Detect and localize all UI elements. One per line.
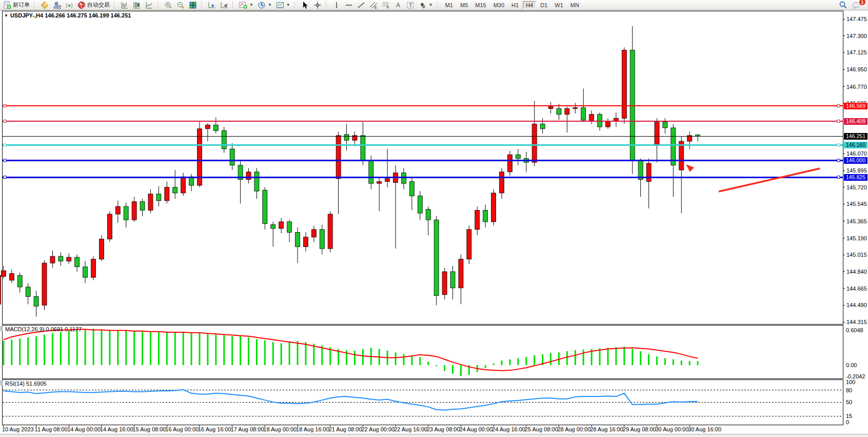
text-button[interactable]: A	[392, 1, 404, 10]
macd-histogram-bar	[281, 343, 282, 365]
search-icon	[839, 1, 847, 9]
rsi-tick-label: 15	[846, 413, 852, 419]
line-chart-mode-button[interactable]	[144, 1, 155, 10]
indicator-diamond-button[interactable]	[39, 1, 50, 10]
candle-down	[140, 202, 145, 211]
zoom-out-button[interactable]	[175, 1, 186, 10]
pane-grip	[1, 381, 2, 386]
macd-histogram-bar	[44, 334, 45, 365]
equidistant-channel-icon: E	[369, 1, 378, 9]
line-handle[interactable]	[837, 144, 840, 146]
new-order-button[interactable]: 新订单	[2, 1, 31, 10]
collapse-icon[interactable]: ▼	[4, 13, 8, 18]
candle-up	[475, 210, 480, 229]
candle-down	[483, 210, 488, 221]
bar-chart-mode-button[interactable]	[119, 1, 130, 10]
timeframe-m15[interactable]: M15	[472, 1, 489, 9]
vertical-line-button[interactable]	[331, 1, 342, 10]
trendline-button[interactable]	[356, 1, 367, 10]
macd-histogram-bar	[509, 359, 510, 365]
candlestick-mode-button[interactable]	[131, 1, 143, 10]
price-tick-label: 145.720	[846, 184, 867, 191]
macd-histogram-bar	[615, 347, 617, 365]
line-handle[interactable]	[4, 176, 6, 179]
line-handle[interactable]	[837, 159, 840, 162]
zoom-in-button[interactable]	[163, 1, 174, 10]
macd-histogram-bar	[240, 336, 241, 365]
chat-button[interactable]: 1	[850, 1, 862, 10]
line-handle[interactable]	[837, 105, 840, 107]
candle-down	[263, 190, 267, 223]
equidistant-channel-button[interactable]: E	[368, 1, 379, 10]
candle-down	[516, 155, 520, 158]
timeframe-mn[interactable]: MN	[567, 1, 582, 9]
arrows-button[interactable]: ▼	[417, 1, 435, 10]
tile-windows-button[interactable]	[187, 1, 199, 10]
pane-grip	[2, 381, 3, 386]
trader-icon	[53, 1, 61, 9]
time-tick-label: 16 Aug 00:00	[165, 426, 199, 432]
macd-histogram-bar	[525, 357, 527, 365]
line-handle[interactable]	[4, 120, 6, 123]
candle-up	[132, 202, 136, 220]
chart-canvas[interactable]: 147.475147.300147.125146.950146.770146.5…	[0, 0, 868, 437]
timeframe-w1[interactable]: W1	[551, 1, 566, 9]
search-button[interactable]	[837, 1, 849, 10]
chart-shift-button[interactable]	[219, 1, 230, 10]
macd-histogram-bar	[68, 331, 70, 365]
signal-button[interactable]	[64, 1, 75, 10]
timeframe-m30[interactable]: M30	[490, 1, 507, 9]
auto-trading-label: 自动交易	[87, 1, 110, 9]
timeframe-m5[interactable]: M5	[457, 1, 471, 9]
auto-trading-button[interactable]: 自动交易	[76, 1, 111, 10]
macd-histogram-bar	[648, 354, 649, 365]
templates-button[interactable]: ▼	[274, 1, 292, 10]
separator	[437, 2, 440, 9]
macd-histogram-bar	[501, 360, 503, 365]
add-indicator-button[interactable]: ▼	[238, 1, 255, 10]
candle-down	[189, 177, 194, 185]
macd-histogram-bar	[223, 335, 225, 365]
price-tick-label: 147.475	[846, 16, 867, 22]
crosshair-button[interactable]	[312, 1, 323, 10]
timeframe-d1[interactable]: D1	[537, 1, 550, 9]
line-handle[interactable]	[837, 120, 840, 123]
svg-text:A: A	[396, 2, 400, 9]
rsi-tick-label: 50	[846, 399, 852, 405]
candle-up	[99, 239, 104, 259]
line-handle[interactable]	[4, 144, 6, 146]
macd-histogram-bar	[142, 332, 143, 365]
fibonacci-icon: F	[382, 1, 390, 9]
macd-histogram-bar	[256, 339, 258, 365]
candle-down	[418, 196, 422, 213]
time-tick-label: 17 Aug 08:00	[231, 426, 264, 432]
templates-icon	[276, 1, 284, 9]
text-label-button[interactable]: T	[405, 1, 416, 10]
timeframe-h4[interactable]: H4	[523, 1, 536, 9]
candle-down	[557, 109, 561, 115]
timeframe-h1[interactable]: H1	[508, 1, 522, 9]
price-tick-label: 147.300	[846, 33, 867, 39]
macd-histogram-bar	[550, 353, 551, 365]
periods-button[interactable]: ▼	[256, 1, 273, 10]
candle-down	[222, 131, 226, 149]
line-chart-icon	[145, 1, 153, 9]
line-handle[interactable]	[837, 176, 840, 179]
candle-up	[336, 136, 341, 179]
candle-up	[507, 155, 512, 172]
time-tick-label: 10 Aug 2023	[2, 426, 34, 432]
cursor-button[interactable]	[300, 1, 311, 10]
macd-histogram-bar	[3, 341, 4, 365]
line-handle[interactable]	[4, 105, 6, 107]
macd-histogram-bar	[354, 351, 356, 365]
horizontal-line-button[interactable]	[343, 1, 354, 10]
fibonacci-button[interactable]: F	[380, 1, 391, 10]
timeframe-m1[interactable]: M1	[442, 1, 456, 9]
line-handle[interactable]	[4, 159, 6, 162]
periods-icon	[258, 1, 266, 9]
macd-histogram-bar	[419, 357, 421, 365]
time-tick-label: 25 Aug 08:00	[525, 426, 558, 432]
auto-scroll-button[interactable]	[206, 1, 218, 10]
trader-button[interactable]	[51, 1, 63, 10]
separator	[232, 2, 235, 9]
